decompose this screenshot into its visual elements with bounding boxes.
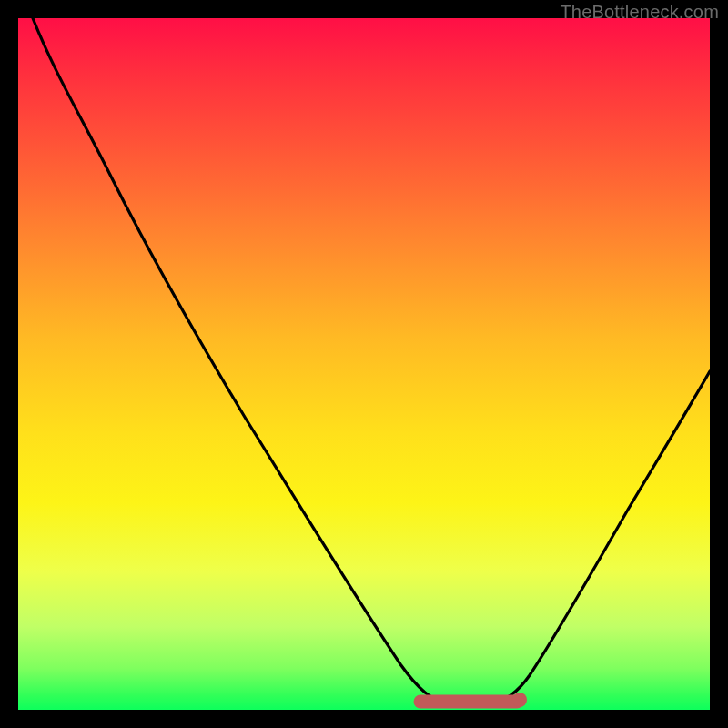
chart-curve [33,18,710,704]
plot-area [18,18,710,710]
band-end-dot [512,693,527,707]
chart-svg [18,18,710,710]
attribution-text: TheBottleneck.com [560,2,719,23]
chart-stage: TheBottleneck.com [0,0,728,728]
